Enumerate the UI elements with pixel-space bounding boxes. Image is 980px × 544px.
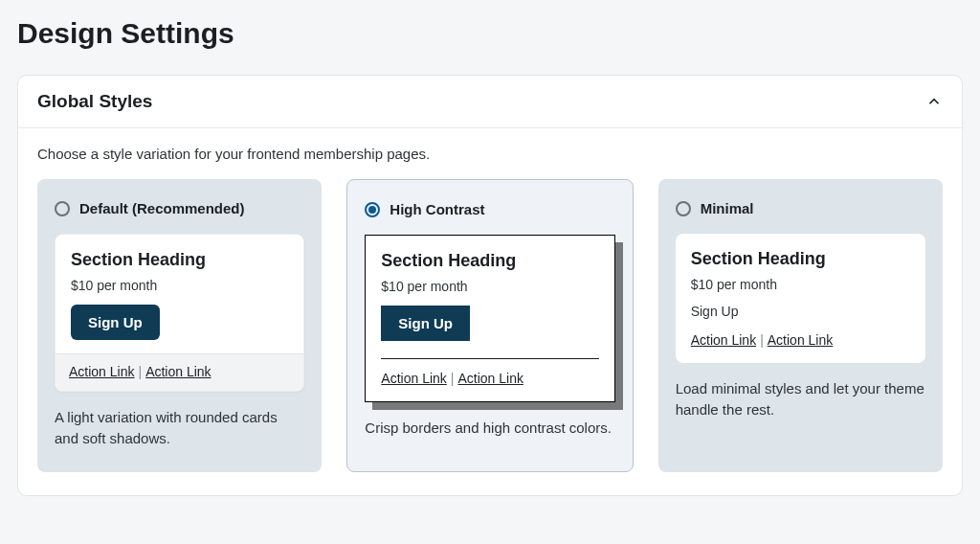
preview-price: $10 per month [381,279,598,294]
preview-heading: Section Heading [71,250,288,270]
link-separator: | [447,371,458,386]
variation-label-high-contrast: High Contrast [390,201,484,217]
preview-heading: Section Heading [691,249,910,269]
link-separator: | [134,364,145,379]
signup-button[interactable]: Sign Up [381,306,470,341]
variation-description-minimal: Load minimal styles and let your theme h… [676,378,925,420]
divider [381,358,598,359]
action-link[interactable]: Action Link [145,364,211,379]
radio-default[interactable] [55,201,70,216]
style-variation-minimal[interactable]: Minimal Section Heading $10 per month Si… [658,179,943,472]
action-link[interactable]: Action Link [381,371,446,386]
action-link[interactable]: Action Link [691,332,756,348]
panel-title: Global Styles [37,91,152,112]
radio-minimal[interactable] [676,201,691,216]
preview-card-default: Section Heading $10 per month Sign Up Ac… [55,234,304,392]
panel-description: Choose a style variation for your fronte… [37,146,943,162]
panel-body: Choose a style variation for your fronte… [18,128,962,495]
panel-header-toggle[interactable]: Global Styles [18,76,962,128]
variation-description-default: A light variation with rounded cards and… [55,407,304,449]
chevron-up-icon [925,93,943,110]
style-variation-default[interactable]: Default (Recommended) Section Heading $1… [37,179,322,472]
preview-card-minimal: Section Heading $10 per month Sign Up Ac… [676,234,925,363]
preview-card-high-contrast: Section Heading $10 per month Sign Up Ac… [365,235,614,402]
preview-heading: Section Heading [381,251,598,271]
signup-button[interactable]: Sign Up [71,305,160,340]
variation-label-minimal: Minimal [701,200,754,216]
action-link[interactable]: Action Link [768,332,833,348]
action-link[interactable]: Action Link [457,371,523,386]
radio-dot-icon [368,206,376,214]
signup-text[interactable]: Sign Up [691,304,910,319]
action-link[interactable]: Action Link [69,364,134,379]
variation-label-default: Default (Recommended) [79,200,245,216]
variation-description-high-contrast: Crisp borders and high contrast colors. [365,418,614,439]
page-title: Design Settings [17,17,963,50]
radio-high-contrast[interactable] [365,202,380,217]
global-styles-panel: Global Styles Choose a style variation f… [17,75,963,496]
style-variation-high-contrast[interactable]: High Contrast Section Heading $10 per mo… [346,179,633,472]
style-variation-list: Default (Recommended) Section Heading $1… [37,179,943,472]
preview-price: $10 per month [691,277,910,292]
preview-price: $10 per month [71,278,288,293]
link-separator: | [756,332,768,348]
